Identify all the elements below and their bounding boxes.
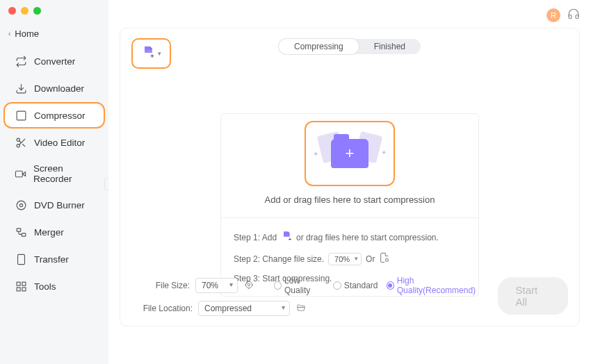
sidebar-item-dvd-burner[interactable]: DVD Burner <box>3 192 105 218</box>
tab-finished[interactable]: Finished <box>359 39 421 54</box>
window-controls <box>0 7 108 24</box>
support-icon[interactable] <box>567 8 580 23</box>
compressor-icon <box>15 109 27 122</box>
file-location-label: File Location: <box>140 304 193 313</box>
step-1: Step 1: Add + or drag files here to star… <box>234 226 466 248</box>
svg-point-6 <box>17 138 19 141</box>
dropzone-text: Add or drag files here to start compress… <box>221 195 478 205</box>
chevron-down-icon: ▾ <box>158 50 161 57</box>
size-settings-icon[interactable] <box>243 279 254 292</box>
file-size-select[interactable]: 70% <box>195 278 238 293</box>
nav-list: Converter Downloader Compressor Video Ed… <box>0 43 108 299</box>
open-folder-icon[interactable] <box>296 303 307 315</box>
svg-marker-12 <box>22 172 25 176</box>
bottom-bar: File Size: 70% Low Quality Standard High… <box>140 276 568 316</box>
close-window-icon[interactable] <box>8 7 16 15</box>
nav-label: DVD Burner <box>34 200 85 210</box>
file-settings-icon[interactable] <box>379 252 390 265</box>
svg-rect-16 <box>22 233 26 235</box>
sidebar: ‹ Home Converter Downloader Compressor V… <box>0 0 108 364</box>
camera-icon <box>15 167 26 180</box>
quality-low[interactable]: Low Quality <box>274 276 325 295</box>
converter-icon <box>15 55 27 67</box>
svg-rect-20 <box>22 282 25 286</box>
download-icon <box>15 82 27 94</box>
file-size-row: File Size: 70% Low Quality Standard High… <box>140 276 488 295</box>
step2-size-select[interactable]: 70% <box>328 253 362 265</box>
app-window: ‹ Home Converter Downloader Compressor V… <box>0 0 591 364</box>
svg-rect-11 <box>15 171 22 177</box>
transfer-icon <box>15 253 27 265</box>
sidebar-item-downloader[interactable]: Downloader <box>3 75 105 101</box>
step2-or: Or <box>366 254 375 264</box>
svg-point-7 <box>17 144 19 147</box>
add-folder-button[interactable]: + ✦ ✦ <box>305 121 395 186</box>
svg-point-27 <box>245 281 252 288</box>
add-file-button[interactable]: + ▾ <box>131 38 171 69</box>
svg-rect-21 <box>22 287 25 290</box>
nav-label: Tools <box>34 281 56 292</box>
sidebar-item-video-editor[interactable]: Video Editor <box>3 129 105 156</box>
sparkle-icon: ✦ <box>313 150 318 158</box>
file-plus-icon[interactable]: + <box>281 231 292 244</box>
svg-rect-1 <box>17 111 26 120</box>
content-card: + ▾ Compressing Finished + <box>120 28 580 326</box>
maximize-window-icon[interactable] <box>33 7 41 15</box>
dropzone-panel: + ✦ ✦ Add or drag files here to start co… <box>220 113 479 297</box>
merge-icon <box>15 226 27 238</box>
sidebar-item-converter[interactable]: Converter <box>3 48 105 74</box>
file-plus-icon: + <box>141 45 155 62</box>
file-location-select[interactable]: Compressed <box>198 301 290 316</box>
nav-label: Downloader <box>34 83 84 94</box>
svg-rect-19 <box>17 282 20 286</box>
grid-icon <box>15 280 27 292</box>
svg-point-26 <box>386 258 389 261</box>
svg-point-13 <box>17 201 26 210</box>
quality-high[interactable]: High Quality(Recommend) <box>387 276 488 295</box>
start-all-button[interactable]: Start All <box>498 277 568 315</box>
sidebar-item-screen-recorder[interactable]: Screen Recorder <box>3 156 105 191</box>
toolbar: + ▾ Compressing Finished <box>131 38 568 69</box>
nav-label: Compressor <box>34 110 86 121</box>
svg-rect-17 <box>17 254 24 264</box>
tab-compressing[interactable]: Compressing <box>279 39 359 54</box>
disc-icon <box>15 199 27 211</box>
step1-suffix: or drag files here to start compression. <box>296 233 439 242</box>
minimize-window-icon[interactable] <box>21 7 29 15</box>
nav-label: Converter <box>34 56 75 67</box>
step2-prefix: Step 2: Change file size. <box>234 254 324 264</box>
quality-options: Low Quality Standard High Quality(Recomm… <box>274 276 488 295</box>
step1-prefix: Step 1: Add <box>234 233 277 242</box>
scissors-icon <box>15 136 27 149</box>
sparkle-icon: ✦ <box>381 149 387 156</box>
sidebar-item-compressor[interactable]: Compressor <box>3 102 105 129</box>
nav-home[interactable]: ‹ Home <box>0 24 108 43</box>
user-avatar[interactable]: R <box>547 8 560 22</box>
svg-rect-15 <box>17 228 21 231</box>
nav-label: Screen Recorder <box>33 163 95 184</box>
svg-text:+: + <box>150 53 154 59</box>
nav-label: Video Editor <box>34 138 85 148</box>
home-label: Home <box>15 28 39 39</box>
svg-rect-22 <box>17 287 20 290</box>
nav-label: Merger <box>34 227 64 238</box>
main-panel: R + ▾ Compressing Finished <box>108 0 591 364</box>
file-size-label: File Size: <box>140 281 190 290</box>
sidebar-item-merger[interactable]: Merger <box>3 219 105 245</box>
svg-point-28 <box>248 283 250 286</box>
svg-point-14 <box>19 204 22 206</box>
nav-label: Transfer <box>34 254 69 265</box>
quality-standard[interactable]: Standard <box>333 281 378 290</box>
bottom-settings: File Size: 70% Low Quality Standard High… <box>140 276 488 316</box>
chevron-left-icon: ‹ <box>8 30 10 38</box>
svg-text:+: + <box>289 236 291 242</box>
tab-group: Compressing Finished <box>279 39 421 54</box>
sidebar-item-transfer[interactable]: Transfer <box>3 246 105 272</box>
svg-line-10 <box>19 140 21 142</box>
step-2: Step 2: Change file size. 70% Or <box>234 248 466 270</box>
folder-plus-icon: + <box>331 139 369 168</box>
svg-line-9 <box>22 144 25 147</box>
file-location-row: File Location: Compressed <box>140 301 488 316</box>
sidebar-item-tools[interactable]: Tools <box>3 273 105 299</box>
dropzone[interactable]: + ✦ ✦ Add or drag files here to start co… <box>221 114 478 218</box>
